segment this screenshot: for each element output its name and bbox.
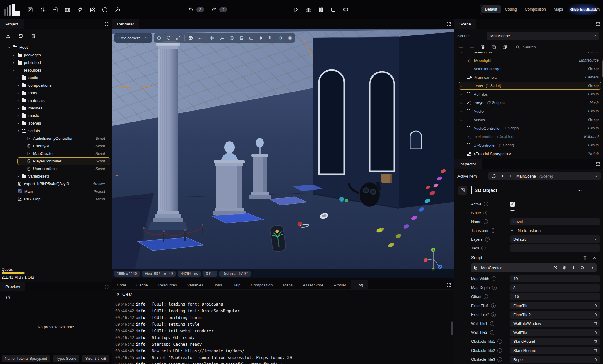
tab-cache[interactable]: Cache — [131, 280, 153, 290]
stop-icon[interactable] — [330, 6, 337, 13]
layers-icon[interactable] — [256, 34, 265, 42]
project-expand-icon[interactable] — [104, 22, 109, 26]
tab-profiler[interactable]: Profiler — [329, 280, 351, 290]
tune-icon[interactable] — [40, 7, 46, 13]
scene-node-reftiles[interactable]: RefTilesGroup — [454, 90, 603, 99]
scene-node-masks[interactable]: MasksGroup — [454, 115, 603, 124]
chevron-down-icon[interactable] — [8, 46, 11, 49]
preview-tab[interactable]: Preview — [0, 282, 25, 291]
tree-item-mapcreator[interactable]: MapCreatorScript — [0, 150, 112, 157]
delete-script-icon[interactable] — [583, 255, 587, 260]
info-icon[interactable] — [485, 237, 490, 242]
goto-icon[interactable] — [589, 265, 594, 270]
log-scrollbar[interactable] — [451, 321, 453, 335]
play-icon[interactable] — [293, 6, 299, 13]
render-view-icon[interactable] — [237, 34, 246, 42]
delete-icon[interactable] — [594, 348, 598, 353]
workspace-tab-composition[interactable]: Composition — [521, 5, 549, 13]
scene-node-moonlight[interactable]: MoonlightLightsource — [454, 56, 603, 65]
tree-item-rigcop[interactable]: RIG_CopMesh — [0, 195, 112, 203]
give-feedback-button[interactable]: Give feedback — [567, 4, 601, 15]
info-icon[interactable] — [484, 219, 488, 224]
delete-icon[interactable] — [594, 339, 598, 344]
remove-node-icon[interactable] — [469, 45, 474, 50]
tab-resources[interactable]: Resources — [153, 280, 182, 290]
undo-icon[interactable] — [188, 7, 194, 12]
tab-help[interactable]: Help — [227, 280, 246, 290]
move-tool-icon[interactable] — [155, 34, 163, 42]
info-icon[interactable] — [497, 348, 502, 353]
scene-node-player[interactable]: Player(2 Scripts)Mesh — [454, 99, 603, 107]
viewport-canvas[interactable]: Y Z — [112, 29, 454, 278]
chevron-right-icon[interactable] — [17, 114, 20, 117]
scene-node-uicontroller[interactable]: UI-Controller(1 Script)Group — [454, 141, 603, 149]
pause-icon[interactable] — [318, 6, 324, 13]
delete-icon[interactable] — [31, 33, 36, 38]
chevron-right-icon[interactable] — [17, 76, 20, 79]
tree-item-enemyai[interactable]: EnemyAIScript — [0, 142, 112, 150]
inspect-icon[interactable] — [580, 265, 585, 270]
search-input[interactable] — [523, 45, 556, 49]
scene-node-audiocontroller[interactable]: AudioController(1 Script)Group — [454, 124, 603, 132]
offset-input[interactable] — [510, 293, 600, 300]
tab-variables[interactable]: Variables — [182, 280, 209, 290]
active-item-selector[interactable]: MainScene (Scene) — [488, 172, 601, 180]
tab-asset-store[interactable]: Asset Store — [298, 280, 328, 290]
refresh-icon[interactable] — [5, 295, 11, 300]
rotate-sphere-icon[interactable] — [227, 34, 236, 42]
tree-item-published[interactable]: published — [0, 59, 112, 66]
project-tab[interactable]: Project — [0, 19, 24, 29]
chevron-right-icon[interactable] — [17, 84, 20, 87]
tree-item-audioenemycontroller[interactable]: AudioEnemyControllerScript — [0, 135, 112, 142]
console-expand-icon[interactable] — [447, 283, 451, 287]
scene-node-exclamation[interactable]: exclamation(Disabled)Billboard — [454, 132, 603, 141]
tree-item-audio[interactable]: audio — [0, 74, 112, 82]
chevron-down-icon[interactable] — [12, 68, 15, 72]
tree-item-playercontroller[interactable]: PlayerControllerScript — [0, 157, 112, 165]
tree-item-root[interactable]: Root — [0, 44, 112, 51]
script-chip[interactable]: MapCreator — [471, 263, 597, 272]
scene-scrollbar[interactable] — [602, 60, 603, 77]
scene-node-mainscene[interactable]: MainSceneScene — [454, 52, 603, 56]
globe-icon[interactable] — [286, 34, 294, 42]
tree-item-resources[interactable]: resources — [0, 66, 112, 74]
chevron-right-icon[interactable] — [461, 84, 464, 88]
wireframe-cube-icon[interactable] — [186, 34, 195, 42]
tree-item-main[interactable]: MainProject — [0, 188, 112, 195]
map-width-input[interactable] — [510, 275, 600, 282]
viewport-3d[interactable]: Y Z Free camera — [112, 29, 454, 278]
chevron-down-icon[interactable] — [461, 52, 464, 54]
workspace-tab-coding[interactable]: Coding — [501, 5, 521, 13]
delete-icon[interactable] — [594, 321, 598, 326]
floor-tile1-input[interactable] — [510, 302, 600, 309]
import-icon[interactable] — [52, 7, 58, 13]
map-depth-input[interactable] — [510, 284, 600, 292]
scene-node-moonlighttarget[interactable]: MoonlightTargetGroup — [454, 65, 603, 73]
chevron-right-icon[interactable] — [12, 53, 15, 57]
chevron-right-icon[interactable] — [17, 99, 20, 102]
transform-collapse[interactable]: No transform — [510, 228, 541, 233]
tree-item-export[interactable]: export_IrBlbP5v4uQ3vyI0Archive — [0, 180, 112, 188]
chevron-down-icon[interactable] — [17, 129, 20, 132]
renderer-expand-icon[interactable] — [447, 22, 451, 26]
about-icon[interactable] — [102, 7, 108, 13]
tree-item-music[interactable]: music — [0, 112, 112, 119]
info-icon[interactable] — [490, 330, 494, 335]
info-icon[interactable] — [497, 339, 502, 344]
gizmo-x-axis[interactable] — [424, 258, 428, 262]
open-external-icon[interactable] — [553, 265, 558, 270]
target-icon[interactable] — [276, 34, 285, 42]
info-icon[interactable] — [491, 312, 496, 317]
import-folder-icon[interactable] — [18, 33, 23, 38]
chevron-up-icon[interactable] — [592, 255, 597, 260]
collapse-section-icon[interactable]: — — [591, 187, 596, 194]
copy-icon[interactable] — [480, 45, 485, 50]
log-output[interactable]: 09:46:42info[GUI]: loading font: DroidSa… — [112, 299, 454, 364]
delete-icon[interactable] — [594, 303, 598, 308]
scene-node-level[interactable]: Level(1 Script)Group — [454, 82, 603, 90]
info-icon[interactable] — [484, 294, 488, 299]
clear-button[interactable]: Clear — [122, 292, 132, 296]
info-icon[interactable] — [492, 286, 497, 290]
workspace-tab-maps[interactable]: Maps — [550, 5, 567, 13]
grid-snap-icon[interactable] — [266, 34, 275, 42]
